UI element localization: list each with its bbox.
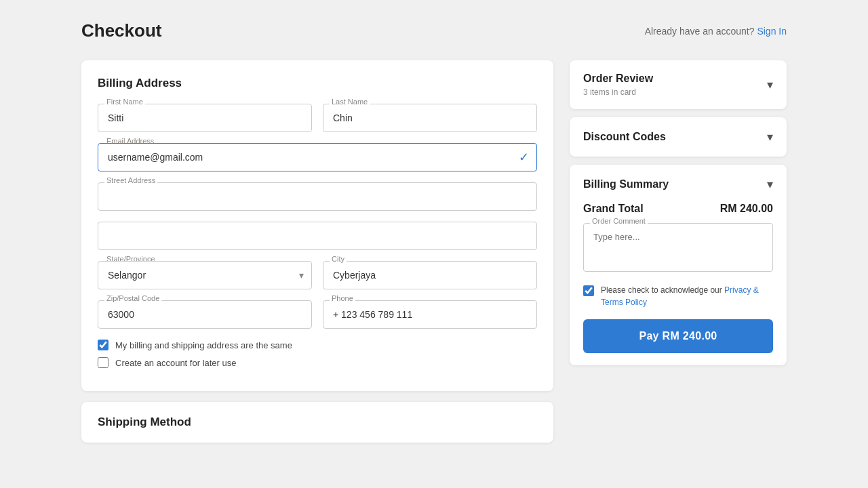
shipping-title: Shipping Method [98,415,537,429]
last-name-input[interactable] [323,104,537,132]
shipping-method-card: Shipping Method [81,402,553,443]
first-name-input[interactable] [98,104,312,132]
discount-title: Discount Codes [583,131,666,143]
email-check-icon: ✓ [519,150,529,165]
sign-in-link[interactable]: Sign In [757,26,787,37]
privacy-policy-link[interactable]: Privacy & [724,285,759,295]
street-group-2 [98,222,537,250]
email-row: Email Address ✓ [98,143,537,171]
order-comment-group: Order Comment [583,223,773,274]
zip-group: Zip/Postal Code [98,300,312,329]
privacy-link1-text: Privacy & [724,285,759,295]
order-review-header-left: Order Review 3 items in card [583,73,653,97]
phone-group: Phone [323,300,537,329]
billing-summary-header[interactable]: Billing Summary ▾ [583,177,773,192]
street-input-1[interactable] [98,182,537,211]
billing-address-card: Billing Address First Name Last Name [81,60,553,391]
privacy-text-before: Please check to acknowledge our [601,285,724,295]
last-name-label: Last Name [330,98,370,106]
left-panel: Billing Address First Name Last Name [81,60,553,443]
order-review-title: Order Review [583,73,653,85]
order-review-card: Order Review 3 items in card ▾ [570,60,787,109]
state-city-row: State/Province Selangor ▾ City [98,261,537,289]
discount-header[interactable]: Discount Codes ▾ [583,129,773,144]
zip-label: Zip/Postal Code [104,294,161,302]
pay-button[interactable]: Pay RM 240.00 [583,319,773,353]
grand-total-row: Grand Total RM 240.00 [583,203,773,215]
order-comment-label: Order Comment [590,217,648,225]
create-account-checkbox[interactable] [98,357,108,368]
state-group: State/Province Selangor ▾ [98,261,312,289]
state-select-wrapper: Selangor ▾ [98,261,312,289]
billing-summary-card: Billing Summary ▾ Grand Total RM 240.00 … [570,165,787,365]
phone-label: Phone [330,294,355,302]
order-comment-textarea[interactable] [583,223,773,272]
grand-total-label: Grand Total [583,203,644,215]
privacy-text: Please check to acknowledge our Privacy … [601,284,759,308]
discount-chevron-icon: ▾ [767,129,773,144]
zip-phone-row: Zip/Postal Code Phone [98,300,537,329]
terms-policy-link[interactable]: Terms Policy [601,298,647,307]
name-row: First Name Last Name [98,104,537,132]
privacy-checkbox[interactable] [583,285,594,296]
create-account-label: Create an account for later use [115,358,237,368]
zip-input[interactable] [98,300,312,329]
first-name-label: First Name [104,98,145,106]
first-name-group: First Name [98,104,312,132]
same-address-label: My billing and shipping address are the … [115,340,292,350]
same-address-row: My billing and shipping address are the … [98,340,537,350]
create-account-row: Create an account for later use [98,357,537,368]
sign-in-area: Already have an account? Sign In [645,26,787,37]
street-label: Street Address [104,176,157,184]
street-input-2[interactable] [98,222,537,250]
state-select[interactable]: Selangor [98,261,312,289]
street-row-1: Street Address [98,182,537,211]
order-review-chevron-icon: ▾ [767,77,773,92]
privacy-link2-text: Terms Policy [601,298,647,307]
email-group: Email Address ✓ [98,143,537,171]
billing-summary-title: Billing Summary [583,178,669,190]
email-input-wrapper: ✓ [98,143,537,171]
city-label: City [330,255,347,263]
order-review-header[interactable]: Order Review 3 items in card ▾ [583,73,773,97]
last-name-group: Last Name [323,104,537,132]
grand-total-value: RM 240.00 [720,203,773,215]
billing-section-title: Billing Address [98,77,537,90]
street-row-2 [98,222,537,250]
right-panel: Order Review 3 items in card ▾ Discount … [570,60,787,373]
page-title: Checkout [81,20,161,41]
phone-input[interactable] [323,300,537,329]
city-group: City [323,261,537,289]
top-header: Checkout Already have an account? Sign I… [81,20,787,41]
order-review-subtitle: 3 items in card [583,87,653,97]
discount-codes-card: Discount Codes ▾ [570,117,787,157]
privacy-row: Please check to acknowledge our Privacy … [583,284,773,308]
main-content: Billing Address First Name Last Name [81,60,787,443]
email-input[interactable] [98,143,537,171]
city-input[interactable] [323,261,537,289]
billing-summary-chevron-icon: ▾ [767,177,773,192]
same-address-checkbox[interactable] [98,340,108,350]
already-account-text: Already have an account? [645,26,755,37]
street-group-1: Street Address [98,182,537,211]
